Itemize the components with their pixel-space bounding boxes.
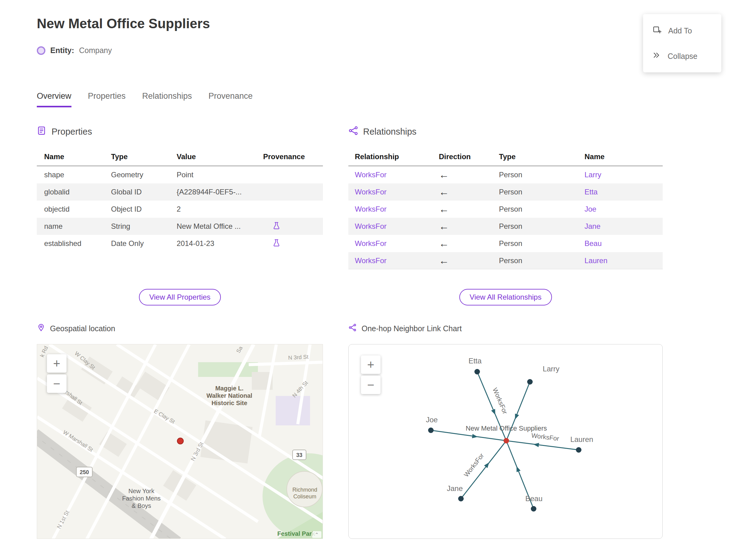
direction-arrow: ← [439, 221, 449, 232]
property-value: New Metal Office ... [177, 222, 263, 231]
svg-text:250: 250 [80, 469, 89, 475]
relationship-type: Person [499, 205, 585, 213]
properties-section-header: Properties [37, 126, 92, 138]
node-joe[interactable] [428, 428, 434, 433]
property-value: Point [177, 171, 263, 179]
property-row: name String New Metal Office ... [37, 218, 323, 235]
svg-text:Walker National: Walker National [206, 392, 252, 399]
property-name: shape [37, 171, 111, 179]
map-zoom-out-button[interactable]: − [47, 374, 67, 393]
property-type: Geometry [111, 171, 177, 179]
link-chart[interactable]: + − WorksFor [348, 344, 663, 539]
relationship-link[interactable]: WorksFor [355, 188, 387, 196]
svg-text:Lauren: Lauren [570, 435, 593, 443]
property-type: String [111, 222, 177, 231]
direction-arrow: ← [439, 203, 449, 215]
map-entity-marker[interactable] [177, 438, 183, 444]
property-row: globalid Global ID {A228944F-0EF5-... [37, 183, 323, 201]
relationship-link[interactable]: WorksFor [355, 171, 387, 179]
route-shield-33: 33 [293, 450, 306, 460]
add-to-label: Add To [668, 26, 692, 35]
svg-text:Larry: Larry [543, 365, 560, 373]
svg-text:Historic Site: Historic Site [212, 400, 247, 406]
relationships-section-header: Relationships [348, 126, 416, 138]
view-all-relationships-button[interactable]: View All Relationships [459, 289, 552, 305]
relationships-table: Relationship Direction Type Name WorksFo… [348, 148, 663, 269]
col-header-provenance: Provenance [263, 152, 323, 161]
relationship-row: WorksFor ← Person Jane [348, 218, 663, 235]
provenance-flask-icon[interactable] [272, 223, 281, 232]
relationship-row: WorksFor ← Person Larry [348, 166, 663, 183]
geospatial-map[interactable]: + − [37, 344, 323, 539]
related-entity-link[interactable]: Joe [585, 205, 596, 213]
relationship-row: WorksFor ← Person Etta [348, 183, 663, 201]
related-entity-link[interactable]: Beau [585, 239, 602, 247]
node-etta[interactable] [474, 369, 480, 374]
direction-arrow: ← [439, 238, 449, 249]
svg-text:WorksFor: WorksFor [531, 432, 560, 442]
relationship-type: Person [499, 171, 585, 179]
properties-icon [37, 126, 47, 138]
related-entity-link[interactable]: Larry [585, 171, 601, 179]
col-header-type: Type [111, 152, 177, 161]
direction-arrow: ← [439, 255, 449, 266]
property-type: Date Only [111, 239, 177, 248]
map-civic-block [276, 396, 310, 425]
property-row: objectid Object ID 2 [37, 201, 323, 218]
properties-table: Name Type Value Provenance shape Geometr… [37, 148, 323, 252]
svg-text:& Boys: & Boys [132, 502, 151, 509]
node-jane[interactable] [458, 496, 464, 501]
node-beau[interactable] [531, 506, 536, 512]
map-zoom-controls: + − [47, 354, 67, 393]
svg-text:Etta: Etta [469, 357, 482, 365]
svg-text:Fashion Mens: Fashion Mens [122, 495, 161, 502]
relationship-row: WorksFor ← Person Beau [348, 235, 663, 252]
svg-text:Maggie L.: Maggie L. [215, 385, 243, 392]
relationship-type: Person [499, 256, 585, 265]
relationship-link[interactable]: WorksFor [355, 256, 387, 265]
map-zoom-in-button[interactable]: + [47, 354, 67, 373]
relationships-section-title: Relationships [363, 127, 416, 137]
link-chart-section-title: One-hop Neighbor Link Chart [362, 324, 462, 333]
col-header-direction: Direction [439, 152, 499, 161]
map-canvas: 250 33 k Rd Sa W Clay St arshall St W Ma… [37, 344, 323, 539]
svg-text:Jane: Jane [447, 484, 463, 493]
property-row: shape Geometry Point [37, 166, 323, 183]
col-header-value: Value [177, 152, 263, 161]
related-entity-link[interactable]: Etta [585, 188, 598, 196]
link-chart-zoom-out-button[interactable]: − [361, 376, 381, 394]
col-header-name: Name [585, 152, 663, 161]
property-value: 2 [177, 205, 263, 213]
svg-text:New York: New York [128, 488, 155, 494]
link-chart-icon [348, 323, 357, 334]
property-name: objectid [37, 205, 111, 213]
col-header-name: Name [37, 152, 111, 161]
relationship-type: Person [499, 222, 585, 231]
direction-arrow: ← [439, 169, 449, 180]
node-lauren[interactable] [576, 447, 581, 453]
node-larry[interactable] [527, 379, 533, 385]
property-type: Object ID [111, 205, 177, 213]
relationship-link[interactable]: WorksFor [355, 239, 387, 247]
map-attribution-toggle[interactable]: ⌃ [312, 531, 321, 538]
related-entity-link[interactable]: Lauren [585, 256, 608, 265]
relationship-link[interactable]: WorksFor [355, 205, 387, 213]
provenance-flask-icon[interactable] [272, 240, 281, 249]
related-entity-link[interactable]: Jane [585, 222, 600, 230]
svg-text:Joe: Joe [426, 416, 438, 424]
geospatial-section-title: Geospatial location [50, 324, 115, 333]
svg-text:Coliseum: Coliseum [293, 493, 316, 500]
geospatial-section-header: Geospatial location [37, 323, 115, 334]
direction-arrow: ← [439, 186, 449, 198]
col-header-type: Type [499, 152, 585, 161]
node-center-entity[interactable] [504, 438, 509, 443]
relationships-table-header: Relationship Direction Type Name [348, 148, 663, 166]
link-chart-zoom-in-button[interactable]: + [361, 355, 381, 374]
link-chart-zoom-controls: + − [361, 355, 381, 394]
view-all-properties-button[interactable]: View All Properties [139, 289, 221, 305]
relationship-type: Person [499, 188, 585, 196]
property-name: name [37, 222, 111, 231]
relationship-row: WorksFor ← Person Joe [348, 201, 663, 218]
relationship-link[interactable]: WorksFor [355, 222, 387, 230]
relationships-icon [348, 126, 358, 138]
